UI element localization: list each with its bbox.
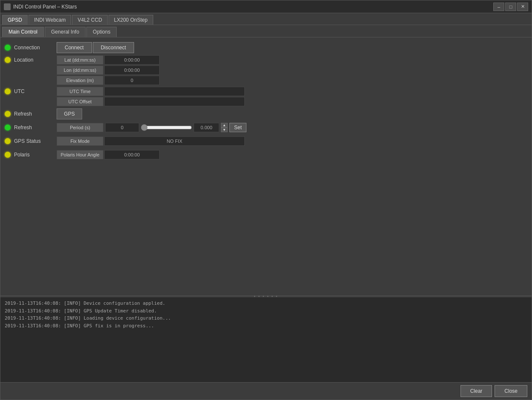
- location-indicator: [5, 57, 11, 63]
- lat-value[interactable]: 0:00:00: [104, 55, 160, 65]
- utc-indicator: [5, 88, 11, 94]
- tab-indi-webcam[interactable]: INDI Webcam: [29, 15, 71, 25]
- polaris-indicator: [5, 152, 11, 158]
- elevation-row: Elevation (m) 0: [57, 76, 160, 85]
- tab-gpsd[interactable]: GPSD: [2, 15, 28, 25]
- lat-label: Lat (dd:mm:ss): [57, 55, 103, 65]
- refresh-gps-indicator: [5, 111, 11, 117]
- close-button[interactable]: ✕: [517, 3, 528, 11]
- gps-status-row: GPS Status Fix Mode NO FIX: [5, 135, 527, 147]
- clear-button[interactable]: Clear: [460, 385, 492, 397]
- polaris-row: Polaris Polaris Hour Angle 0:00:00: [5, 149, 527, 161]
- subtab-main-control[interactable]: Main Control: [2, 27, 44, 37]
- disconnect-button[interactable]: Disconnect: [93, 42, 134, 53]
- tab-v4l2-ccd[interactable]: V4L2 CCD: [72, 15, 107, 25]
- main-window: INDI Control Panel – KStars – □ ✕ GPSD I…: [0, 0, 532, 400]
- spinner-buttons: ▲ ▼: [221, 123, 228, 132]
- utc-section: UTC UTC Time UTC Offset: [5, 87, 527, 106]
- polaris-fields: Polaris Hour Angle 0:00:00: [57, 150, 160, 159]
- log-line-3: 2019-11-13T16:40:08: [INFO] Loading devi…: [5, 315, 527, 322]
- sub-tab-bar: Main Control General Info Options: [0, 25, 532, 37]
- subtab-general-info[interactable]: General Info: [45, 27, 86, 37]
- connection-indicator: [5, 45, 11, 51]
- refresh-period-indicator: [5, 125, 11, 130]
- location-fields: Lat (dd:mm:ss) 0:00:00 Lon (dd:mm:ss) 0:…: [57, 55, 160, 85]
- location-section: Location Lat (dd:mm:ss) 0:00:00 Lon (dd:…: [5, 55, 527, 85]
- utc-time-label: UTC Time: [57, 87, 103, 96]
- spin-up-button[interactable]: ▲: [221, 123, 228, 128]
- utc-offset-row: UTC Offset: [57, 97, 245, 106]
- location-label: Location: [14, 55, 57, 63]
- utc-time-value[interactable]: [104, 87, 245, 96]
- panel-content: Connection Connect Disconnect Location L…: [0, 37, 532, 295]
- window-controls: – □ ✕: [493, 3, 528, 11]
- maximize-button[interactable]: □: [505, 3, 516, 11]
- utc-time-row: UTC Time: [57, 87, 245, 96]
- fix-mode-label: Fix Mode: [57, 136, 103, 146]
- app-icon: [4, 3, 11, 10]
- top-tab-bar: GPSD INDI Webcam V4L2 CCD LX200 OnStep: [0, 13, 532, 25]
- slider-value: 0.000: [194, 123, 219, 132]
- lon-row: Lon (dd:mm:ss) 0:00:00: [57, 65, 160, 75]
- refresh-gps-row: Refresh GPS: [5, 108, 527, 120]
- set-button[interactable]: Set: [229, 123, 246, 132]
- gps-status-label: GPS Status: [14, 138, 57, 144]
- refresh-period-label: Refresh: [14, 125, 57, 130]
- gps-button[interactable]: GPS: [57, 108, 82, 119]
- connect-button[interactable]: Connect: [57, 42, 92, 53]
- tab-lx200-onstep[interactable]: LX200 OnStep: [109, 15, 153, 25]
- fix-mode-value: NO FIX: [104, 136, 245, 146]
- connection-row: Connection Connect Disconnect: [5, 42, 527, 54]
- window-title: INDI Control Panel – KStars: [13, 4, 493, 10]
- utc-fields: UTC Time UTC Offset: [57, 87, 245, 106]
- gps-status-fields: Fix Mode NO FIX: [57, 136, 245, 146]
- gps-status-indicator: [5, 138, 11, 144]
- subtab-options[interactable]: Options: [86, 27, 117, 37]
- polaris-ha-label: Polaris Hour Angle: [57, 150, 103, 159]
- minimize-button[interactable]: –: [493, 3, 504, 11]
- log-line-1: 2019-11-13T16:40:08: [INFO] Device confi…: [5, 300, 527, 307]
- period-value[interactable]: 0: [105, 123, 139, 132]
- elevation-label: Elevation (m): [57, 76, 103, 85]
- utc-offset-label: UTC Offset: [57, 97, 103, 106]
- elevation-value[interactable]: 0: [104, 76, 160, 85]
- log-line-2: 2019-11-13T16:40:08: [INFO] GPS Update T…: [5, 307, 527, 315]
- refresh-period-row: Refresh Period (s) 0 0.000 ▲ ▼ Set: [5, 122, 527, 133]
- connection-label: Connection: [14, 45, 57, 51]
- utc-offset-value[interactable]: [104, 97, 245, 106]
- period-slider[interactable]: [141, 124, 192, 131]
- polaris-ha-value: 0:00:00: [104, 150, 160, 159]
- bottom-bar: Clear Close: [0, 382, 532, 400]
- period-controls: Period (s) 0 0.000 ▲ ▼ Set: [57, 123, 246, 132]
- spin-down-button[interactable]: ▼: [221, 128, 228, 132]
- period-label: Period (s): [57, 123, 103, 132]
- lon-label: Lon (dd:mm:ss): [57, 65, 103, 75]
- utc-label: UTC: [14, 87, 57, 94]
- polaris-label: Polaris: [14, 152, 57, 158]
- content-area: Main Control General Info Options Connec…: [0, 25, 532, 382]
- log-line-4: 2019-11-13T16:40:08: [INFO] GPS fix is i…: [5, 322, 527, 330]
- log-panel: 2019-11-13T16:40:08: [INFO] Device confi…: [0, 297, 532, 382]
- lon-value[interactable]: 0:00:00: [104, 65, 160, 75]
- title-bar: INDI Control Panel – KStars – □ ✕: [0, 0, 532, 13]
- refresh-gps-label: Refresh: [14, 111, 57, 117]
- close-bottom-button[interactable]: Close: [495, 385, 527, 397]
- lat-row: Lat (dd:mm:ss) 0:00:00: [57, 55, 160, 65]
- slider-container: 0.000 ▲ ▼: [141, 123, 228, 132]
- connection-controls: Connect Disconnect: [57, 42, 134, 53]
